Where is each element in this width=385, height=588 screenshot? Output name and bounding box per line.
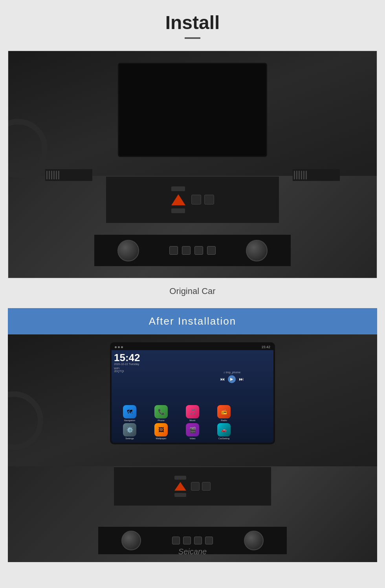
original-car-section: Original Car: [8, 51, 377, 308]
title-divider: [185, 37, 200, 39]
original-car-caption: Original Car: [8, 286, 377, 296]
original-car-scene: [8, 51, 377, 278]
original-car-image: [8, 51, 377, 278]
after-car-image: 15:42 15:42 2020-10-22 Tuesday: [8, 334, 377, 562]
page-title: Install: [165, 12, 220, 33]
watermark: Seicane: [178, 547, 207, 556]
after-installation-section: After Installation: [8, 308, 377, 562]
after-installation-header-text: After Installation: [149, 315, 236, 327]
after-car-scene: 15:42 15:42 2020-10-22 Tuesday: [8, 334, 377, 562]
after-installation-header: After Installation: [8, 308, 377, 334]
page-container: Install: [0, 0, 385, 578]
